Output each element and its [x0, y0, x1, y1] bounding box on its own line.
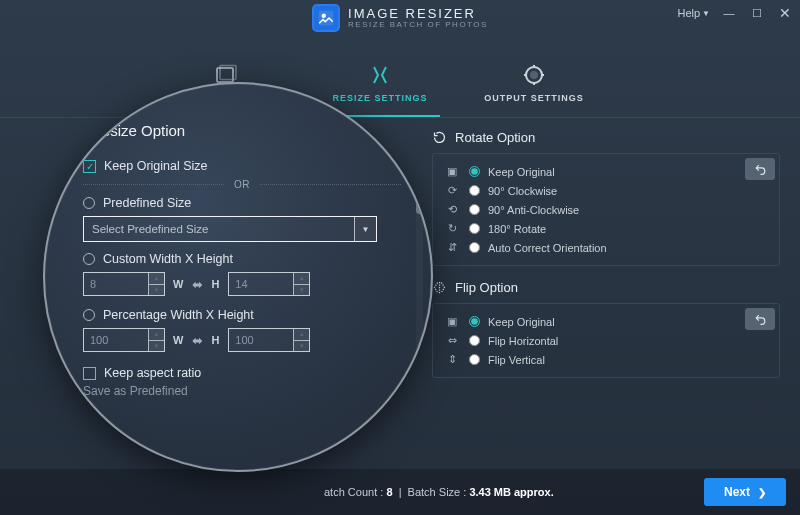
option-label: Keep Original [488, 316, 555, 328]
flip-horizontal[interactable]: ⇔ Flip Horizontal [443, 331, 769, 350]
rotate-reset-button[interactable] [745, 158, 775, 180]
link-icon[interactable]: ⬌ [192, 333, 203, 348]
select-placeholder: Select Predefined Size [92, 223, 208, 235]
dropdown-arrow-icon: ▼ [354, 217, 376, 241]
flip-vertical-icon: ⇕ [443, 353, 461, 366]
percent-height-input[interactable]: 100 ▲▼ [228, 328, 310, 352]
undo-icon [754, 313, 767, 326]
app-window: IMAGE RESIZER RESIZE BATCH OF PHOTOS Hel… [0, 0, 800, 515]
radio-input[interactable] [469, 335, 480, 346]
checkbox-checked-icon: ✓ [83, 160, 96, 173]
height-h-label: H [211, 278, 220, 290]
or-text: OR [234, 179, 250, 190]
svg-point-5 [531, 72, 537, 78]
app-logo-icon [312, 4, 340, 32]
radio-unchecked-icon [83, 253, 95, 265]
rotate-90-cw[interactable]: ⟳ 90° Clockwise [443, 181, 769, 200]
maximize-button[interactable]: ☐ [748, 4, 766, 22]
radio-input[interactable] [469, 316, 480, 327]
tab-resize-settings[interactable]: RESIZE SETTINGS [320, 56, 440, 117]
flip-vertical[interactable]: ⇕ Flip Vertical [443, 350, 769, 369]
height-h-label: H [211, 334, 220, 346]
resize-option-heading: Resize Option [91, 122, 401, 139]
window-controls: Help ▼ — ☐ ✕ [677, 4, 794, 22]
batch-count-value: 8 [386, 486, 392, 498]
rotate-icon [432, 130, 447, 145]
radio-unchecked-icon [83, 197, 95, 209]
chevron-down-icon: ▼ [702, 9, 710, 18]
app-subtitle: RESIZE BATCH OF PHOTOS [348, 21, 488, 29]
spinner[interactable]: ▲▼ [293, 273, 309, 295]
right-pane: Rotate Option ▣ Keep Original ⟳ 90° Cloc… [432, 130, 780, 392]
option-label: 90° Clockwise [488, 185, 557, 197]
batch-size-value: 3.43 MB approx. [469, 486, 553, 498]
rotate-180[interactable]: ↻ 180° Rotate [443, 219, 769, 238]
radio-input[interactable] [469, 166, 480, 177]
custom-height-input[interactable]: 14 ▲▼ [228, 272, 310, 296]
spin-up-icon[interactable]: ▲ [149, 273, 164, 285]
percent-width-input[interactable]: 100 ▲▼ [83, 328, 165, 352]
keep-original-size-checkbox[interactable]: ✓ Keep Original Size [83, 157, 401, 175]
radio-input[interactable] [469, 354, 480, 365]
radio-input[interactable] [469, 185, 480, 196]
resize-icon [368, 63, 392, 87]
scrollbar-thumb[interactable] [416, 144, 423, 214]
svg-point-1 [322, 14, 325, 17]
tab-output-settings[interactable]: OUTPUT SETTINGS [474, 56, 594, 117]
spin-up-icon[interactable]: ▲ [294, 329, 309, 341]
option-label: Keep Original [488, 166, 555, 178]
status-bar: atch Count : 8 | Batch Size : 3.43 MB ap… [0, 469, 800, 515]
predefined-size-select[interactable]: Select Predefined Size ▼ [83, 216, 377, 242]
keep-aspect-ratio-checkbox[interactable]: ✓ Keep aspect ratio [83, 364, 401, 382]
predefined-size-radio[interactable]: Predefined Size [83, 196, 401, 210]
option-label: 90° Anti-Clockwise [488, 204, 579, 216]
width-w-label: W [173, 278, 184, 290]
spinner[interactable]: ▲▼ [293, 329, 309, 351]
image-icon: ▣ [443, 165, 461, 178]
radio-input[interactable] [469, 242, 480, 253]
spinner[interactable]: ▲▼ [148, 329, 164, 351]
option-label: Percentage Width X Height [103, 308, 254, 322]
app-title: IMAGE RESIZER [348, 7, 488, 21]
flip-section-header: Flip Option [432, 280, 780, 295]
spin-down-icon[interactable]: ▼ [149, 341, 164, 352]
flip-icon [432, 280, 447, 295]
next-button[interactable]: Next ❯ [704, 478, 786, 506]
save-as-predefined[interactable]: Save as Predefined [83, 384, 401, 398]
spin-down-icon[interactable]: ▼ [294, 341, 309, 352]
link-icon[interactable]: ⬌ [192, 277, 203, 292]
rotate-options-box: ▣ Keep Original ⟳ 90° Clockwise ⟲ 90° An… [432, 153, 780, 266]
flip-reset-button[interactable] [745, 308, 775, 330]
flip-horizontal-icon: ⇔ [443, 334, 461, 347]
rotate-section-header: Rotate Option [432, 130, 780, 145]
input-value: 14 [235, 278, 247, 290]
help-label: Help [677, 7, 700, 19]
custom-size-radio[interactable]: Custom Width X Height [83, 252, 401, 266]
svg-rect-0 [319, 11, 333, 25]
radio-input[interactable] [469, 204, 480, 215]
spinner[interactable]: ▲▼ [148, 273, 164, 295]
spin-down-icon[interactable]: ▼ [294, 285, 309, 296]
rotate-heading-text: Rotate Option [455, 130, 535, 145]
percentage-size-radio[interactable]: Percentage Width X Height [83, 308, 401, 322]
spin-down-icon[interactable]: ▼ [149, 285, 164, 296]
minimize-button[interactable]: — [720, 4, 738, 22]
spin-up-icon[interactable]: ▲ [294, 273, 309, 285]
spin-up-icon[interactable]: ▲ [149, 329, 164, 341]
radio-input[interactable] [469, 223, 480, 234]
help-menu[interactable]: Help ▼ [677, 7, 710, 19]
batch-count-label: atch Count : [324, 486, 383, 498]
option-label: Custom Width X Height [103, 252, 233, 266]
rotate-keep-original[interactable]: ▣ Keep Original [443, 162, 769, 181]
rotate-180-icon: ↻ [443, 222, 461, 235]
radio-unchecked-icon [83, 309, 95, 321]
rotate-90-acw[interactable]: ⟲ 90° Anti-Clockwise [443, 200, 769, 219]
scrollbar[interactable] [416, 144, 423, 354]
option-label: Auto Correct Orientation [488, 242, 607, 254]
rotate-auto-correct[interactable]: ⇵ Auto Correct Orientation [443, 238, 769, 257]
resize-corner-icon: ◱ [63, 126, 78, 145]
flip-keep-original[interactable]: ▣ Keep Original [443, 312, 769, 331]
close-button[interactable]: ✕ [776, 4, 794, 22]
percentage-dimensions-row: 100 ▲▼ W ⬌ H 100 ▲▼ [83, 328, 401, 352]
custom-width-input[interactable]: 8 ▲▼ [83, 272, 165, 296]
